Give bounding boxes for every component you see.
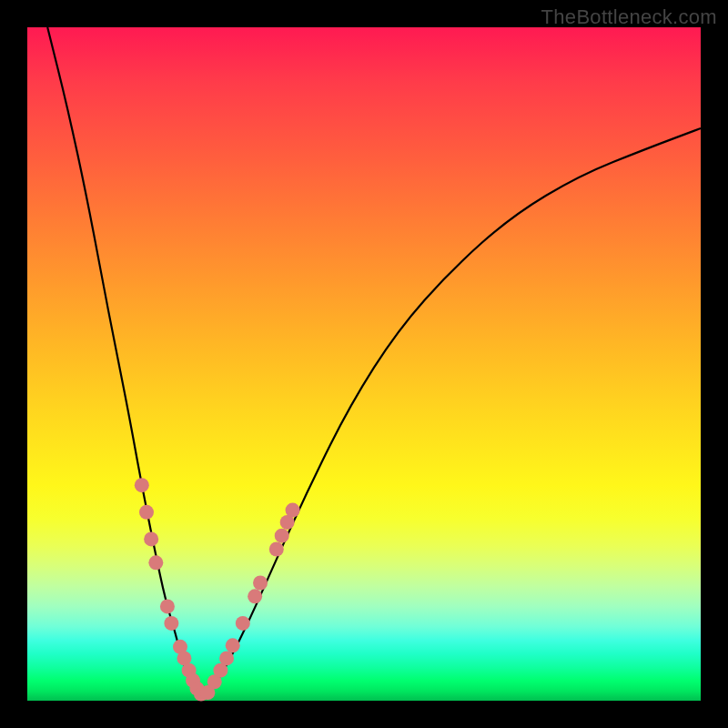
bead-right-11: [286, 503, 300, 518]
bead-left-1: [139, 505, 154, 520]
bead-left-0: [135, 478, 149, 492]
bead-left-5: [164, 616, 178, 631]
watermark-text: TheBottleneck.com: [541, 5, 717, 29]
bead-left-4: [160, 599, 175, 613]
curve-right-curve: [206, 128, 701, 695]
bead-left-2: [144, 531, 158, 546]
bead-right-6: [248, 589, 262, 603]
bead-right-3: [219, 651, 234, 665]
chart-svg: [27, 27, 701, 701]
bead-right-4: [226, 638, 240, 652]
curve-left-curve: [47, 27, 201, 695]
bead-left-3: [148, 555, 163, 570]
plot-area: [27, 27, 701, 701]
bead-right-5: [236, 616, 250, 631]
bead-right-9: [275, 529, 289, 543]
bead-right-8: [269, 542, 284, 557]
chart-frame: TheBottleneck.com: [0, 0, 728, 728]
bead-right-7: [253, 576, 268, 591]
